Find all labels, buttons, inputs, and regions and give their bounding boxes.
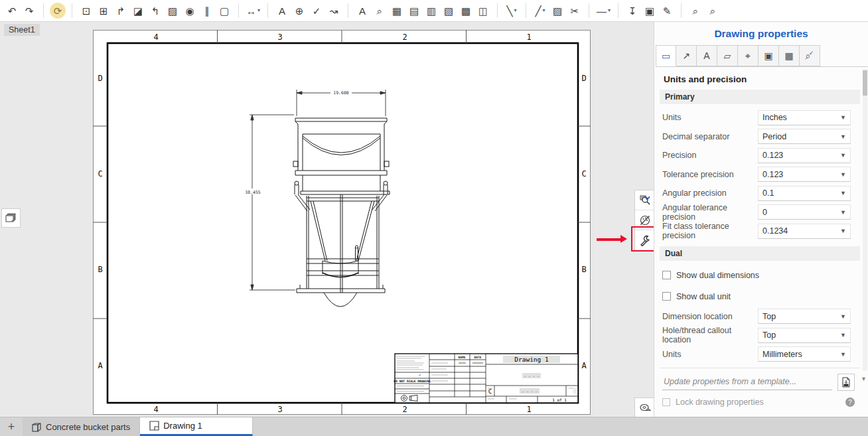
panel-tab-units-precision[interactable]: ▭ (656, 45, 676, 66)
chevron-down-icon[interactable]: ▼ (840, 114, 846, 121)
update-views-icon[interactable]: ⟳ (50, 3, 66, 19)
sheet-name-label[interactable]: Sheet1 (4, 24, 40, 36)
dual-checkbox-row: Show dual unit (662, 286, 851, 307)
scrollbar-thumb[interactable] (863, 70, 867, 96)
help-icon[interactable]: ? (845, 398, 855, 407)
checkbox[interactable] (662, 292, 671, 301)
panel-tab-dimensions[interactable]: ↗ (676, 45, 697, 66)
panel-tab-tables[interactable]: ▦ (779, 45, 800, 66)
primary-row: Precision0.123▼ (662, 146, 851, 165)
sheets-panel-button[interactable] (1, 208, 21, 228)
section-view-glyph: ◪ (133, 6, 143, 16)
detail-view-icon[interactable]: ◉ (182, 3, 198, 19)
panel-tab-views[interactable]: ▣ (759, 45, 779, 66)
chevron-down-icon[interactable]: ▼ (840, 228, 846, 234)
redo-icon[interactable]: ↷ (21, 3, 37, 19)
trim-icon[interactable]: ✂ (567, 3, 583, 19)
dual-dropdown[interactable]: Millimeters▼ (758, 346, 851, 362)
primary-section-header: Primary (660, 90, 860, 104)
primary-dropdown[interactable]: 0.1▼ (758, 186, 851, 201)
lock-properties-checkbox[interactable] (662, 398, 670, 406)
hatch-icon[interactable]: ▨ (549, 3, 565, 19)
title-placeholder[interactable]: - - - - (524, 374, 539, 378)
insert-view-icon[interactable]: ⊡ (78, 3, 94, 19)
line-style-icon[interactable]: —▾ (595, 3, 612, 19)
tab-drawing-1[interactable]: Drawing 1 (140, 417, 253, 436)
tab-concrete-bucket-parts[interactable]: Concrete bucket parts (23, 417, 140, 436)
table-icon[interactable]: ▦ (389, 3, 405, 19)
crop-view-icon[interactable]: ▢ (216, 3, 232, 19)
panel-tab-checks[interactable]: ⌕✓ (800, 45, 820, 66)
primary-dropdown[interactable]: Period▼ (758, 129, 851, 144)
panel-scrollbar[interactable]: ▼ (863, 69, 867, 371)
hatch-glyph: ▨ (553, 6, 562, 16)
text-icon[interactable]: A (354, 3, 370, 19)
check-drawing-icon[interactable]: ⌕ (687, 3, 703, 19)
geometric-tolerance-icon[interactable]: ⊕ (291, 3, 307, 19)
auxiliary-view-icon[interactable]: ↱ (113, 3, 129, 19)
surface-finish-icon[interactable]: ✓ (309, 3, 325, 19)
weld-table-icon[interactable]: ▩ (458, 3, 474, 19)
weld-symbol-icon[interactable]: ↝ (326, 3, 342, 19)
bom-table-icon[interactable]: ▤ (406, 3, 422, 19)
dual-dropdown[interactable]: Top▼ (758, 309, 851, 324)
chevron-down-icon[interactable]: ▼ (840, 351, 846, 358)
panel-tab-callouts[interactable]: ▱ (717, 45, 738, 66)
template-file-button[interactable] (837, 374, 855, 391)
check-drawing-button[interactable] (635, 190, 654, 210)
styles-button[interactable] (635, 210, 654, 230)
insert-image-icon[interactable]: ▣ (642, 3, 658, 19)
chevron-down-icon[interactable]: ▼ (840, 190, 846, 196)
dual-dropdown[interactable]: Top▼ (758, 328, 851, 343)
primary-dropdown[interactable]: 0.123▼ (758, 167, 851, 182)
chevron-down-icon[interactable]: ▼ (840, 209, 846, 216)
update-from-template-input[interactable]: Update properties from a template... (662, 375, 832, 390)
chevron-down-icon[interactable]: ▼ (840, 171, 846, 178)
undo-icon[interactable]: ↶ (4, 3, 20, 19)
drawing-canvas[interactable]: Sheet1 43 21 43 21 DC BA DC BA (0, 22, 654, 417)
projected-view-icon[interactable]: ⊞ (96, 3, 111, 19)
section-view-icon[interactable]: ◪ (130, 3, 146, 19)
toolbar-separator (526, 3, 526, 18)
cut-list-table-icon[interactable]: ◫ (475, 3, 491, 19)
revision-table-icon[interactable]: ▧ (441, 3, 457, 19)
add-tab-button[interactable]: + (0, 417, 23, 436)
drawing-title-text[interactable]: Drawing 1 (514, 356, 549, 363)
dropdown-caret-icon[interactable]: ▾ (257, 8, 260, 13)
measure-button[interactable] (634, 398, 654, 417)
chevron-down-icon[interactable]: ▼ (840, 313, 846, 320)
drawing-sheet[interactable]: 43 21 43 21 DC BA DC BA (93, 30, 591, 415)
broken-out-section-icon[interactable]: ▨ (165, 3, 181, 19)
dwg-no-placeholder[interactable]: - - - - (522, 390, 537, 394)
dropdown-caret-icon[interactable]: ▾ (514, 8, 517, 13)
dropdown-caret-icon[interactable]: ▾ (543, 8, 545, 13)
chevron-down-icon[interactable]: ▼ (840, 133, 846, 140)
panel-content: Units and precision Primary UnitsInches▼… (654, 67, 868, 407)
chevron-down-icon[interactable]: ▼ (840, 332, 846, 338)
primary-dropdown[interactable]: 0.123▼ (758, 148, 851, 163)
note-icon[interactable]: A (274, 3, 290, 19)
panel-tab-text[interactable]: A (697, 45, 717, 66)
drawing-properties-button[interactable] (635, 230, 654, 250)
checkbox[interactable] (662, 271, 671, 279)
centerline-icon[interactable]: ╲▾ (504, 3, 520, 19)
line-icon[interactable]: ╱▾ (532, 3, 548, 19)
chevron-down-icon[interactable]: ▼ (840, 152, 846, 159)
hole-table-icon[interactable]: ▥ (423, 3, 439, 19)
sketch-icon[interactable]: ✎ (659, 3, 675, 19)
primary-dropdown[interactable]: 0▼ (758, 204, 851, 220)
aligned-section-view-icon[interactable]: ↰ (147, 3, 163, 19)
toolbar-separator (267, 3, 268, 18)
drawing-check-settings-icon[interactable]: ⌕ (705, 3, 721, 19)
dropdown-caret-icon[interactable]: ▾ (608, 8, 611, 13)
crop-view-glyph: ▢ (220, 6, 229, 16)
import-dxf-icon[interactable]: ↧ (624, 3, 640, 19)
scroll-down-icon[interactable]: ▼ (861, 376, 867, 382)
title-block[interactable]: ✓ DO NOT SCALE DRAWING NAME DATE Drawing… (394, 354, 578, 403)
panel-tab-dimension-format[interactable]: ⌖ (738, 45, 759, 66)
primary-dropdown[interactable]: Inches▼ (758, 110, 851, 125)
inspection-symbol-icon[interactable]: ⌕ (372, 3, 388, 19)
dimension-icon[interactable]: ↔▾ (245, 3, 261, 19)
break-view-icon[interactable]: ∥ (199, 3, 215, 19)
primary-dropdown[interactable]: 0.1234▼ (758, 224, 851, 239)
